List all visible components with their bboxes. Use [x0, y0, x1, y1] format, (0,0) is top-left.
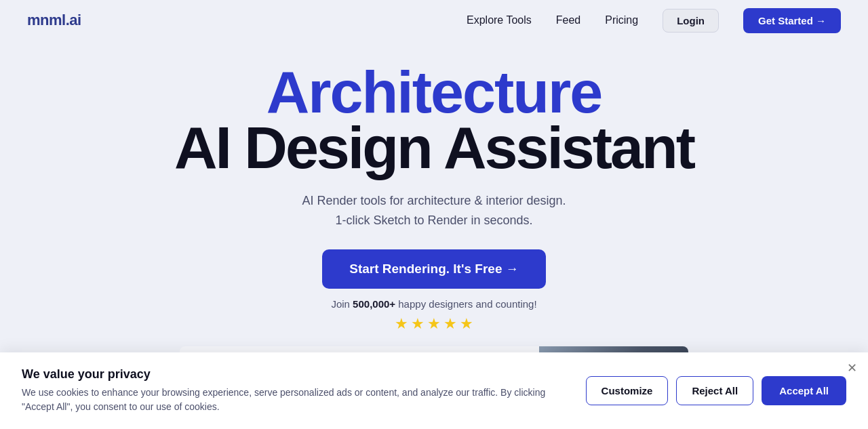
social-proof-suffix: happy designers and counting!: [395, 298, 536, 310]
navbar: mnml.ai Explore Tools Feed Pricing Login…: [0, 0, 868, 41]
nav-item-pricing[interactable]: Pricing: [605, 14, 638, 26]
star-2: ★: [411, 315, 425, 333]
reject-all-button[interactable]: Reject All: [676, 376, 753, 405]
accept-all-button[interactable]: Accept All: [762, 376, 846, 405]
cookie-text-block: We value your privacy We use cookies to …: [22, 367, 578, 414]
social-proof-count: 500,000+: [353, 298, 395, 310]
hero-subtitle-line1: AI Render tools for architecture & inter…: [302, 194, 566, 207]
cookie-buttons: Customize Reject All Accept All: [586, 376, 846, 405]
hero-title-dark: AI Design Assistant: [174, 118, 694, 178]
cookie-body: We use cookies to enhance your browsing …: [22, 386, 578, 414]
star-3: ★: [427, 315, 441, 333]
hero-cta-button[interactable]: Start Rendering. It's Free →: [322, 249, 545, 289]
star-4: ★: [443, 315, 457, 333]
logo[interactable]: mnml.ai: [27, 12, 81, 29]
cookie-title: We value your privacy: [22, 367, 578, 382]
star-5: ★: [460, 315, 473, 333]
nav-item-explore-tools[interactable]: Explore Tools: [467, 14, 532, 26]
nav-item-feed[interactable]: Feed: [556, 14, 580, 26]
stars-container: ★ ★ ★ ★ ★: [395, 315, 473, 333]
hero-section: Architecture AI Design Assistant AI Rend…: [0, 41, 868, 333]
hero-subtitle-line2: 1-click Sketch to Render in seconds.: [335, 213, 532, 227]
hero-subtitle: AI Render tools for architecture & inter…: [302, 191, 566, 230]
customize-button[interactable]: Customize: [586, 376, 669, 405]
get-started-button[interactable]: Get Started →: [743, 8, 841, 33]
hero-social-proof: Join 500,000+ happy designers and counti…: [331, 298, 536, 310]
social-proof-text: Join: [331, 298, 353, 310]
nav-links: Explore Tools Feed Pricing Login Get Sta…: [467, 8, 841, 33]
login-button[interactable]: Login: [663, 9, 719, 33]
cookie-banner: We value your privacy We use cookies to …: [0, 352, 868, 429]
cookie-close-button[interactable]: ✕: [847, 362, 857, 374]
star-1: ★: [395, 315, 408, 333]
